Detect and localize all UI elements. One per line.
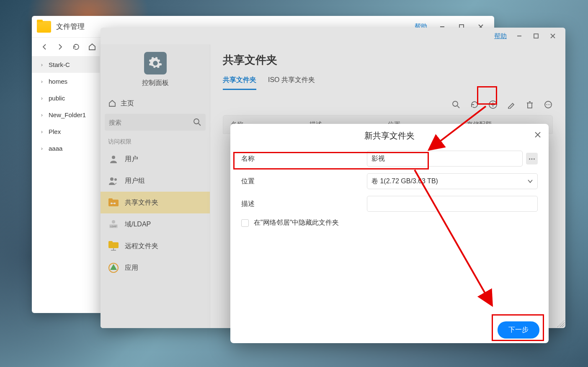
nav-home-label: 主页 <box>121 99 134 108</box>
help-link[interactable]: 帮助 <box>494 32 507 40</box>
nav-item-remote-folder[interactable]: 远程文件夹 <box>101 235 210 257</box>
nav-item-label: 远程文件夹 <box>125 242 158 251</box>
sidebar-item-label: aaaa <box>49 145 62 152</box>
section-label: 访问权限 <box>101 134 210 148</box>
next-button-label: 下一步 <box>508 326 529 333</box>
name-input[interactable] <box>367 151 523 167</box>
svg-point-12 <box>114 178 117 181</box>
svg-point-26 <box>453 101 458 106</box>
back-icon[interactable] <box>40 43 49 51</box>
content-toolbar <box>223 98 553 115</box>
home-icon <box>108 99 116 108</box>
next-button[interactable]: 下一步 <box>498 321 539 339</box>
dialog-title: 新共享文件夹 <box>364 130 415 141</box>
svg-rect-5 <box>534 34 538 38</box>
shared-folder-icon <box>108 197 119 208</box>
nav-item-label: 用户 <box>125 155 138 164</box>
nav-item-group[interactable]: 用户组 <box>101 170 210 192</box>
tab-label: ISO 共享文件夹 <box>268 76 315 83</box>
delete-icon[interactable] <box>525 100 534 109</box>
sidebar-item-public[interactable]: ›public <box>32 90 100 106</box>
hide-label: 在"网络邻居"中隐藏此文件夹 <box>254 218 339 227</box>
tab-shared-folder[interactable]: 共享文件夹 <box>223 76 256 90</box>
file-manager-sidebar: ›Stark-C ›homes ›public ›New_Folder1 ›Pl… <box>32 56 100 313</box>
maximize-button[interactable] <box>528 30 544 42</box>
sidebar-item-plex[interactable]: ›Plex <box>32 123 100 140</box>
remote-folder-icon <box>108 241 119 252</box>
svg-line-27 <box>457 106 459 108</box>
location-label: 位置 <box>241 177 367 186</box>
svg-point-10 <box>112 156 115 159</box>
minimize-button[interactable] <box>511 30 528 42</box>
svg-point-15 <box>111 203 112 204</box>
sidebar-item-label: public <box>49 95 65 102</box>
resize-handle-icon[interactable] <box>557 320 565 327</box>
sidebar-item-label: Stark-C <box>49 61 70 68</box>
hide-checkbox[interactable] <box>241 219 249 227</box>
sidebar-item-aaaa[interactable]: ›aaaa <box>32 140 100 157</box>
edit-icon[interactable] <box>507 100 516 109</box>
svg-point-37 <box>549 104 550 105</box>
chevron-down-icon <box>527 178 533 184</box>
file-manager-title: 文件管理 <box>56 22 85 31</box>
search-input[interactable] <box>109 119 193 126</box>
nav-item-label: 应用 <box>125 264 138 272</box>
nav-item-label: 用户组 <box>125 177 145 185</box>
sidebar-item-newfolder1[interactable]: ›New_Folder1 <box>32 106 100 123</box>
new-shared-folder-dialog: 新共享文件夹 名称 ⋯ 位置 卷 1(2.72 GB/3.63 TB) <box>230 124 549 343</box>
search-icon[interactable] <box>451 100 461 109</box>
user-icon <box>108 154 119 164</box>
nav-item-shared-folder[interactable]: 共享文件夹 <box>101 192 210 213</box>
close-button[interactable] <box>544 30 561 42</box>
sidebar-item-homes[interactable]: ›homes <box>32 73 100 90</box>
control-panel-title: 控制面板 <box>142 79 169 87</box>
search-input-wrap[interactable] <box>105 114 206 131</box>
svg-point-16 <box>114 203 116 204</box>
svg-rect-14 <box>108 198 113 201</box>
name-label: 名称 <box>241 154 367 163</box>
svg-point-8 <box>194 119 199 124</box>
svg-rect-31 <box>528 103 532 108</box>
sidebar-item-label: Plex <box>49 128 61 135</box>
svg-point-20 <box>112 220 115 223</box>
home-icon[interactable] <box>88 43 96 51</box>
sidebar-item-label: homes <box>49 78 67 85</box>
nav-item-ldap[interactable]: LDAP 域/LDAP <box>101 213 210 235</box>
close-icon[interactable] <box>533 130 543 140</box>
nav-item-label: 域/LDAP <box>125 220 151 229</box>
folder-icon <box>37 21 51 33</box>
ldap-icon: LDAP <box>108 219 119 230</box>
refresh-icon[interactable] <box>470 100 479 109</box>
more-icon[interactable] <box>544 100 553 109</box>
svg-point-36 <box>548 104 549 105</box>
location-select[interactable]: 卷 1(2.72 GB/3.63 TB) <box>367 173 538 189</box>
location-value: 卷 1(2.72 GB/3.63 TB) <box>371 177 438 186</box>
refresh-icon[interactable] <box>72 43 80 51</box>
nav-home[interactable]: 主页 <box>101 95 210 112</box>
control-panel-titlebar: 帮助 <box>101 28 565 44</box>
tab-label: 共享文件夹 <box>223 76 256 83</box>
sidebar-item-label: New_Folder1 <box>49 111 86 118</box>
desc-input[interactable] <box>367 196 538 212</box>
svg-point-35 <box>546 104 547 105</box>
nav-item-user[interactable]: 用户 <box>101 148 210 170</box>
gear-icon <box>144 52 167 74</box>
add-icon[interactable] <box>488 100 498 109</box>
tabs: 共享文件夹 ISO 共享文件夹 <box>223 76 553 90</box>
apps-icon <box>108 262 119 273</box>
sidebar-item-stark-c[interactable]: ›Stark-C <box>32 56 100 73</box>
nav-item-label: 共享文件夹 <box>125 198 158 207</box>
tab-iso-shared-folder[interactable]: ISO 共享文件夹 <box>268 76 315 90</box>
main-title: 共享文件夹 <box>223 53 553 67</box>
desc-label: 描述 <box>241 200 367 208</box>
svg-point-11 <box>110 177 113 181</box>
svg-text:LDAP: LDAP <box>110 225 117 228</box>
group-icon <box>108 175 119 186</box>
svg-rect-22 <box>108 241 113 244</box>
svg-line-9 <box>199 123 201 126</box>
nav-item-apps[interactable]: 应用 <box>101 257 210 279</box>
control-panel-sidebar: 控制面板 主页 访问权限 用户 用户组 <box>101 44 210 328</box>
more-button[interactable]: ⋯ <box>526 153 538 164</box>
search-icon <box>193 118 201 126</box>
forward-icon[interactable] <box>56 43 64 51</box>
